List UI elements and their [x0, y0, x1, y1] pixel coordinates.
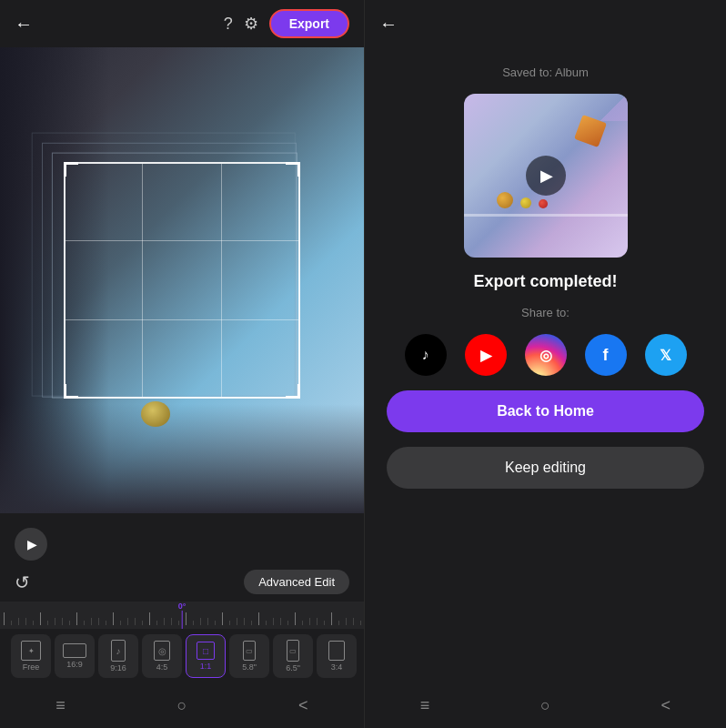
- ratio-16-9[interactable]: 16:9: [55, 634, 95, 678]
- facebook-icon: f: [603, 346, 609, 365]
- svg-rect-31: [229, 621, 230, 625]
- ratio-9-16-label: 9:16: [110, 663, 126, 672]
- svg-rect-18: [135, 618, 136, 625]
- right-back-button[interactable]: ←: [379, 10, 405, 38]
- ratio-free-icon: ✦: [21, 641, 41, 661]
- ratio-free-label: Free: [23, 662, 40, 672]
- ratio-1-1-icon: □: [197, 642, 215, 660]
- ratio-free[interactable]: ✦ Free: [11, 634, 51, 678]
- svg-rect-7: [55, 618, 55, 625]
- svg-rect-35: [258, 612, 259, 625]
- share-twitter-button[interactable]: 𝕏: [645, 334, 687, 376]
- svg-rect-17: [127, 618, 128, 625]
- svg-rect-21: [156, 621, 157, 625]
- svg-rect-43: [317, 618, 318, 625]
- share-facebook-button[interactable]: f: [585, 334, 627, 376]
- svg-rect-4: [33, 621, 34, 625]
- svg-rect-9: [69, 621, 70, 625]
- svg-rect-47: [346, 618, 347, 625]
- reset-button[interactable]: ↺: [15, 571, 30, 593]
- ratio-6-5[interactable]: ▭ 6.5": [273, 634, 313, 678]
- svg-rect-0: [4, 612, 5, 625]
- ratio-3-4-label: 3:4: [331, 662, 343, 672]
- share-youtube-button[interactable]: ▶: [465, 334, 507, 376]
- svg-rect-20: [149, 612, 150, 625]
- export-button[interactable]: Export: [269, 9, 349, 38]
- svg-rect-34: [251, 621, 252, 625]
- saved-to-label: Saved to: Album: [502, 66, 589, 79]
- svg-rect-49: [360, 621, 361, 625]
- right-panel: ← Saved to: Album ▶ Export completed!: [364, 0, 726, 728]
- ratio-4-5-icon: ◎: [154, 641, 170, 661]
- left-bottom-nav: ≡ ○ <: [0, 683, 364, 728]
- svg-rect-1: [11, 621, 12, 625]
- svg-rect-39: [287, 621, 288, 625]
- bottom-controls: ▶ ↺ Advanced Edit // Will be generated i…: [0, 513, 364, 728]
- svg-rect-14: [106, 621, 106, 625]
- timeline-position-marker: 0°: [178, 602, 187, 629]
- instagram-icon: ◎: [539, 347, 552, 364]
- svg-rect-19: [142, 621, 143, 625]
- ratio-6-5-label: 6.5": [286, 663, 300, 672]
- thumbnail-corner-accent: [600, 94, 628, 121]
- left-panel: ← ? ⚙ Export ▶: [0, 0, 364, 728]
- left-nav-menu[interactable]: ≡: [37, 691, 84, 721]
- right-nav-home[interactable]: ○: [522, 691, 569, 721]
- svg-rect-10: [76, 612, 77, 625]
- ratio-4-5[interactable]: ◎ 4:5: [142, 634, 182, 678]
- advanced-edit-button[interactable]: Advanced Edit: [244, 570, 349, 594]
- ratio-3-4[interactable]: 3:4: [317, 634, 357, 678]
- svg-rect-23: [171, 618, 172, 625]
- settings-icon[interactable]: ⚙: [244, 14, 258, 34]
- help-icon[interactable]: ?: [224, 15, 233, 34]
- ratio-9-16[interactable]: ♪ 9:16: [98, 634, 138, 678]
- svg-rect-37: [273, 618, 274, 625]
- thumbnail-stripe: [464, 214, 628, 217]
- thumb-ball-1: [497, 192, 513, 208]
- svg-rect-11: [84, 621, 85, 625]
- youtube-icon: ▶: [480, 347, 491, 364]
- export-completed-label: Export completed!: [473, 272, 617, 291]
- ratio-4-5-label: 4:5: [156, 662, 168, 672]
- header-right: ? ⚙ Export: [224, 9, 349, 38]
- ratio-5-8-icon: ▭: [243, 641, 256, 661]
- keep-editing-button[interactable]: Keep editing: [387, 447, 704, 489]
- svg-rect-8: [62, 618, 63, 625]
- svg-rect-42: [309, 618, 310, 625]
- svg-rect-41: [302, 621, 303, 625]
- svg-rect-27: [200, 618, 201, 625]
- svg-rect-45: [331, 612, 332, 625]
- play-button[interactable]: ▶: [15, 528, 47, 561]
- ratio-1-1[interactable]: □ 1:1: [186, 634, 226, 678]
- export-thumbnail[interactable]: ▶: [464, 94, 628, 258]
- svg-rect-16: [120, 621, 121, 625]
- svg-rect-46: [338, 621, 339, 625]
- svg-rect-30: [222, 612, 223, 625]
- svg-rect-2: [18, 618, 19, 625]
- timeline-ruler[interactable]: // Will be generated inline 0°: [0, 602, 364, 629]
- right-content: Saved to: Album ▶ Export completed! Shar…: [365, 47, 726, 683]
- svg-rect-38: [280, 618, 281, 625]
- ratio-5-8[interactable]: ▭ 5.8": [229, 634, 269, 678]
- back-to-home-button[interactable]: Back to Home: [387, 390, 704, 432]
- svg-rect-44: [324, 621, 325, 625]
- ruler-container: // Will be generated inline 0°: [0, 602, 364, 629]
- share-instagram-button[interactable]: ◎: [525, 334, 567, 376]
- back-button[interactable]: ←: [15, 10, 40, 38]
- left-nav-back[interactable]: <: [280, 691, 327, 721]
- ratio-9-16-icon: ♪: [111, 640, 126, 662]
- share-tiktok-button[interactable]: ♪: [405, 334, 447, 376]
- svg-rect-32: [237, 618, 237, 625]
- marker-label: 0°: [178, 602, 187, 611]
- right-nav-back[interactable]: <: [643, 691, 690, 721]
- left-nav-home[interactable]: ○: [159, 691, 206, 721]
- ratio-5-8-label: 5.8": [242, 662, 257, 672]
- thumb-ball-2: [520, 197, 531, 208]
- ratio-3-4-icon: [328, 641, 345, 661]
- play-row: ▶: [0, 522, 364, 566]
- marker-line: [181, 611, 183, 629]
- thumbnail-play-overlay[interactable]: ▶: [526, 156, 566, 196]
- ratio-16-9-label: 16:9: [66, 660, 83, 669]
- right-nav-menu[interactable]: ≡: [402, 691, 449, 721]
- svg-rect-3: [25, 618, 26, 625]
